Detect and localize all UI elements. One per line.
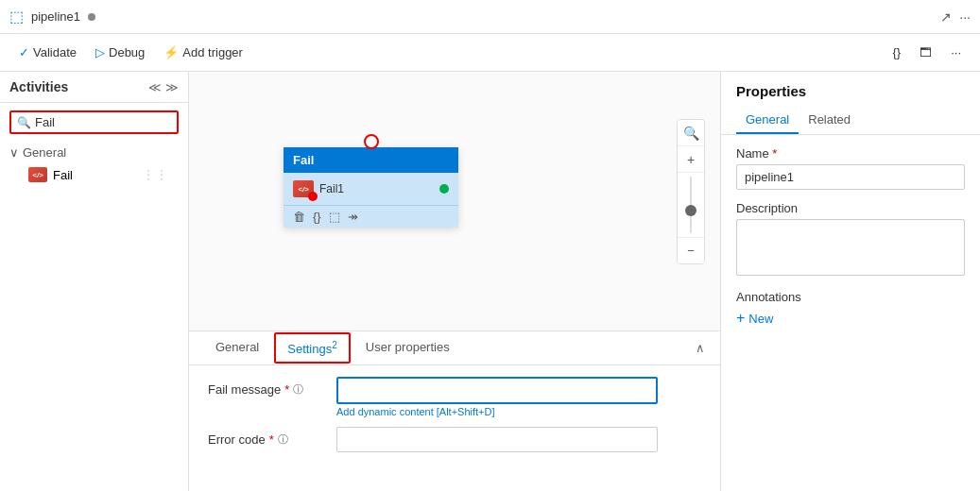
code-view-button[interactable]: {}	[885, 42, 908, 63]
panel-button[interactable]: 🗔	[912, 42, 939, 63]
properties-body: Name * Description Annotations + New	[721, 135, 980, 491]
more-actions-icon[interactable]: ···	[959, 9, 971, 25]
link-icon[interactable]: ↠	[348, 210, 358, 224]
fail-activity-icon: </>	[28, 167, 47, 182]
sidebar-controls: ≪ ≫	[148, 80, 179, 94]
zoom-out-button[interactable]: −	[678, 237, 704, 263]
search-icon: 🔍	[17, 116, 31, 129]
copy-icon[interactable]: ⬚	[329, 210, 340, 224]
pipeline-name-input[interactable]	[736, 164, 965, 190]
sidebar-header: Activities ≪ ≫	[0, 72, 188, 103]
success-dot	[439, 184, 449, 194]
list-item[interactable]: </> Fail ⋮⋮	[9, 163, 179, 186]
tab-settings-bottom[interactable]: Settings2	[274, 332, 351, 364]
prop-description-group: Description	[736, 201, 965, 290]
collapse-right-icon[interactable]: ≫	[165, 80, 179, 94]
category-items-general: </> Fail ⋮⋮	[9, 160, 179, 190]
zoom-slider[interactable]	[690, 173, 692, 237]
delete-icon[interactable]: 🗑	[293, 210, 305, 224]
properties-tabs: General Related	[721, 107, 980, 135]
title-bar-left: ⬚ pipeline1	[9, 8, 95, 25]
bottom-content: Fail message * ⓘ Add dynamic content [Al…	[189, 365, 720, 473]
node-start-circle	[364, 134, 379, 149]
fail-message-input[interactable]	[336, 377, 658, 404]
error-badge	[308, 192, 318, 201]
canvas-area: Fail </> Fail1 🗑 {} ⬚ ↠	[189, 72, 720, 491]
collapse-panel-icon[interactable]: ∧	[696, 341, 705, 355]
tab-general-bottom[interactable]: General	[204, 332, 270, 364]
node-header: Fail	[284, 147, 458, 173]
title-bar-actions: ↗ ···	[940, 9, 971, 25]
error-code-label: Error code * ⓘ	[208, 427, 321, 447]
sidebar-title: Activities	[9, 79, 68, 94]
collapse-left-icon[interactable]: ≪	[148, 80, 162, 94]
pipeline-node[interactable]: Fail </> Fail1 🗑 {} ⬚ ↠	[284, 147, 458, 228]
title-bar: ⬚ pipeline1 ↗ ···	[0, 0, 980, 34]
bottom-panel: General Settings2 User properties ∧ Fail…	[189, 330, 720, 491]
node-activity-icon: </>	[293, 180, 314, 197]
pipeline-icon: ⬚	[9, 8, 24, 25]
tab-related-props[interactable]: Related	[799, 107, 860, 134]
properties-panel: Properties General Related Name * Descri…	[720, 72, 980, 491]
dynamic-content-hint[interactable]: Add dynamic content [Alt+Shift+D]	[336, 406, 701, 417]
category-header-general[interactable]: ∨ General	[9, 145, 179, 160]
expand-icon[interactable]: ↗	[940, 9, 952, 25]
validate-button[interactable]: ✓ Validate	[11, 42, 84, 63]
fail-message-info-icon[interactable]: ⓘ	[293, 382, 303, 397]
canvas[interactable]: Fail </> Fail1 🗑 {} ⬚ ↠	[189, 72, 720, 330]
prop-name-group: Name *	[736, 146, 965, 201]
trigger-icon: ⚡	[163, 45, 179, 59]
bottom-tabs: General Settings2 User properties ∧	[189, 331, 720, 365]
main-content: Activities ≪ ≫ 🔍 ∨ General </>	[0, 72, 980, 491]
pipeline-title: pipeline1	[31, 9, 80, 24]
zoom-in-button[interactable]: +	[678, 146, 704, 173]
tab-general-props[interactable]: General	[736, 107, 799, 134]
error-code-input[interactable]	[336, 427, 658, 452]
search-canvas-button[interactable]: 🔍	[678, 120, 704, 146]
properties-title: Properties	[721, 72, 980, 107]
add-trigger-button[interactable]: ⚡ Add trigger	[156, 42, 250, 63]
debug-icon: ▷	[95, 45, 105, 59]
category-general: ∨ General </> Fail ⋮⋮	[0, 142, 188, 194]
validate-icon: ✓	[19, 45, 29, 59]
node-body: </> Fail1	[284, 173, 458, 205]
unsaved-indicator	[88, 13, 95, 21]
pipeline-description-input[interactable]	[736, 219, 965, 276]
error-code-row: Error code * ⓘ	[208, 427, 701, 452]
overflow-button[interactable]: ···	[943, 42, 969, 63]
add-annotation-button[interactable]: + New	[736, 310, 773, 327]
tab-user-properties-bottom[interactable]: User properties	[354, 332, 461, 364]
error-code-info-icon[interactable]: ⓘ	[278, 432, 288, 447]
fail-message-label: Fail message * ⓘ	[208, 377, 321, 397]
fail-message-row: Fail message * ⓘ Add dynamic content [Al…	[208, 377, 701, 417]
search-box: 🔍	[9, 110, 179, 134]
search-input[interactable]	[35, 115, 171, 129]
activity-drag-icon: ⋮⋮	[143, 168, 169, 181]
plus-icon: +	[736, 310, 745, 327]
toolbar: ✓ Validate ▷ Debug ⚡ Add trigger {} 🗔 ··…	[0, 34, 980, 72]
zoom-controls: 🔍 + −	[677, 119, 705, 264]
debug-button[interactable]: ▷ Debug	[88, 42, 152, 63]
prop-annotations-group: Annotations + New	[736, 290, 965, 327]
sidebar: Activities ≪ ≫ 🔍 ∨ General </>	[0, 72, 189, 491]
chevron-down-icon: ∨	[9, 145, 19, 160]
code-icon[interactable]: {}	[313, 210, 321, 224]
node-actions: 🗑 {} ⬚ ↠	[284, 205, 458, 228]
